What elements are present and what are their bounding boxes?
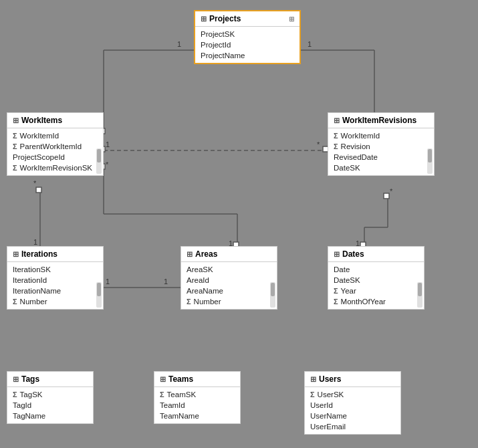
field-name: IterationSK bbox=[13, 265, 51, 273]
workitemrevisions-title: WorkItemRevisions bbox=[342, 116, 416, 125]
users-title: Users bbox=[319, 374, 341, 384]
projects-title: Projects bbox=[209, 14, 241, 23]
areas-table[interactable]: ⊞ Areas AreaSK AreaId AreaName Σ Number bbox=[181, 246, 277, 310]
field-name: Revision bbox=[341, 142, 370, 150]
grid-icon: ⊞ bbox=[334, 250, 340, 259]
dates-table[interactable]: ⊞ Dates Date DateSK Σ Year Σ MonthOfYear bbox=[328, 246, 425, 310]
svg-text:*: * bbox=[390, 187, 393, 195]
sigma-icon: Σ bbox=[334, 132, 338, 140]
field-name: WorkItemId bbox=[341, 132, 380, 140]
table-row: Σ UserSK bbox=[305, 389, 400, 400]
users-header: ⊞ Users bbox=[305, 372, 400, 387]
table-row: UserName bbox=[305, 411, 400, 421]
svg-text:1: 1 bbox=[308, 40, 312, 48]
sigma-icon: Σ bbox=[334, 287, 338, 295]
sigma-icon: Σ bbox=[310, 390, 315, 399]
scroll-thumb bbox=[271, 283, 275, 296]
field-name: UserEmail bbox=[310, 423, 346, 431]
field-name: AreaId bbox=[187, 276, 209, 284]
projects-table[interactable]: ⊞ Projects ⊞ ProjectSK ProjectId Project… bbox=[194, 10, 301, 64]
sigma-icon: Σ bbox=[13, 164, 17, 172]
iterations-header: ⊞ Iterations bbox=[7, 247, 103, 262]
sigma-icon: Σ bbox=[13, 142, 17, 150]
table-row: IterationSK bbox=[7, 264, 103, 275]
table-row: TagName bbox=[7, 411, 93, 421]
field-name: ProjectScopeId bbox=[13, 153, 65, 161]
field-name: RevisedDate bbox=[334, 153, 378, 161]
areas-body: AreaSK AreaId AreaName Σ Number bbox=[181, 262, 277, 309]
table-row: DateSK bbox=[328, 275, 424, 286]
teams-header: ⊞ Teams bbox=[154, 372, 240, 387]
grid-icon: ⊞ bbox=[187, 250, 193, 259]
scroll-indicator[interactable] bbox=[417, 282, 423, 308]
tags-table[interactable]: ⊞ Tags Σ TagSK TagId TagName bbox=[7, 371, 94, 424]
workitemrevisions-table[interactable]: ⊞ WorkItemRevisions Σ WorkItemId Σ Revis… bbox=[328, 112, 435, 176]
sigma-icon: Σ bbox=[13, 390, 17, 399]
grid-icon: ⊞ bbox=[201, 15, 207, 23]
table-row: Σ WorkItemId bbox=[328, 130, 434, 141]
users-body: Σ UserSK UserId UserName UserEmail bbox=[305, 387, 400, 434]
iterations-table[interactable]: ⊞ Iterations IterationSK IterationId Ite… bbox=[7, 246, 104, 310]
scroll-indicator[interactable] bbox=[270, 282, 275, 308]
scroll-thumb bbox=[428, 149, 432, 162]
table-row: AreaId bbox=[181, 275, 277, 286]
tags-header: ⊞ Tags bbox=[7, 372, 93, 387]
field-name: Number bbox=[194, 298, 221, 306]
field-name: AreaSK bbox=[187, 265, 213, 273]
table-row: Σ Number bbox=[181, 296, 277, 307]
table-row: ProjectSK bbox=[195, 29, 300, 39]
sigma-icon: Σ bbox=[187, 298, 191, 306]
scroll-thumb bbox=[418, 283, 422, 296]
field-name: TagName bbox=[13, 412, 45, 420]
scroll-thumb bbox=[97, 149, 101, 162]
grid-icon: ⊞ bbox=[13, 375, 19, 384]
table-row: Σ WorkItemId bbox=[7, 130, 103, 141]
field-name: MonthOfYear bbox=[341, 298, 386, 306]
table-row: TeamName bbox=[154, 411, 240, 421]
field-name: TeamName bbox=[160, 412, 199, 420]
table-row: Σ Year bbox=[328, 286, 424, 296]
svg-text:*: * bbox=[317, 140, 320, 148]
svg-text:1: 1 bbox=[33, 238, 37, 246]
table-row: TagId bbox=[7, 400, 93, 411]
table-row: Σ ParentWorkItemId bbox=[7, 141, 103, 152]
areas-header: ⊞ Areas bbox=[181, 247, 277, 262]
scroll-indicator[interactable] bbox=[427, 148, 433, 174]
field-name: ParentWorkItemId bbox=[20, 142, 82, 150]
table-row: ProjectName bbox=[195, 50, 300, 61]
table-row: AreaName bbox=[181, 286, 277, 296]
field-name: Year bbox=[341, 287, 356, 295]
projects-body: ProjectSK ProjectId ProjectName bbox=[195, 27, 300, 63]
field-name: TagSK bbox=[20, 390, 43, 399]
sigma-icon: Σ bbox=[13, 298, 17, 306]
workitemrevisions-body: Σ WorkItemId Σ Revision RevisedDate Date… bbox=[328, 128, 434, 175]
scroll-thumb bbox=[97, 283, 101, 296]
workitems-table[interactable]: ⊞ WorkItems Σ WorkItemId Σ ParentWorkIte… bbox=[7, 112, 104, 176]
table-row: IterationName bbox=[7, 286, 103, 296]
table-row: Σ TagSK bbox=[7, 389, 93, 400]
grid-icon: ⊞ bbox=[310, 375, 316, 384]
table-row: Σ Number bbox=[7, 296, 103, 307]
field-name: ProjectSK bbox=[201, 30, 235, 38]
tags-title: Tags bbox=[21, 374, 39, 384]
field-name: ProjectId bbox=[201, 41, 231, 49]
users-table[interactable]: ⊞ Users Σ UserSK UserId UserName UserEma… bbox=[304, 371, 401, 435]
areas-title: Areas bbox=[195, 249, 217, 259]
scroll-indicator[interactable] bbox=[96, 282, 102, 308]
sigma-icon: Σ bbox=[334, 298, 338, 306]
iterations-title: Iterations bbox=[21, 249, 57, 259]
table-row: RevisedDate bbox=[328, 152, 434, 162]
workitems-title: WorkItems bbox=[21, 116, 62, 125]
table-row: Σ WorkItemRevisionSK bbox=[7, 162, 103, 173]
dates-title: Dates bbox=[342, 249, 364, 259]
field-name: Date bbox=[334, 265, 350, 273]
field-name: IterationId bbox=[13, 276, 47, 284]
field-name: TagId bbox=[13, 401, 31, 409]
svg-rect-15 bbox=[36, 187, 41, 193]
projects-header: ⊞ Projects ⊞ bbox=[195, 11, 300, 27]
workitems-header: ⊞ WorkItems bbox=[7, 113, 103, 128]
teams-title: Teams bbox=[168, 374, 193, 384]
svg-text:*: * bbox=[33, 179, 37, 187]
scroll-indicator[interactable] bbox=[96, 148, 102, 174]
teams-table[interactable]: ⊞ Teams Σ TeamSK TeamId TeamName bbox=[154, 371, 241, 424]
